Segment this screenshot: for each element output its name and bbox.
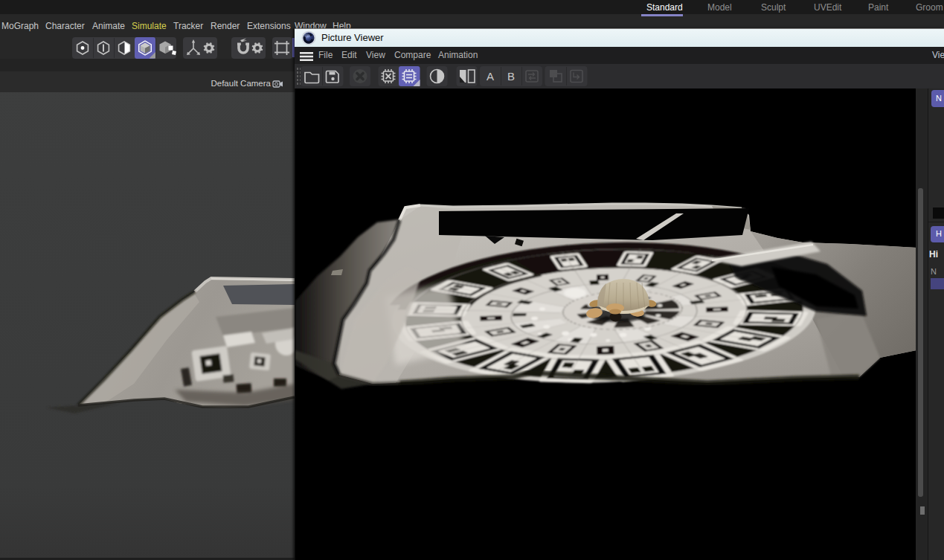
svg-text:B: B	[507, 70, 515, 83]
svg-text:A: A	[487, 70, 494, 83]
